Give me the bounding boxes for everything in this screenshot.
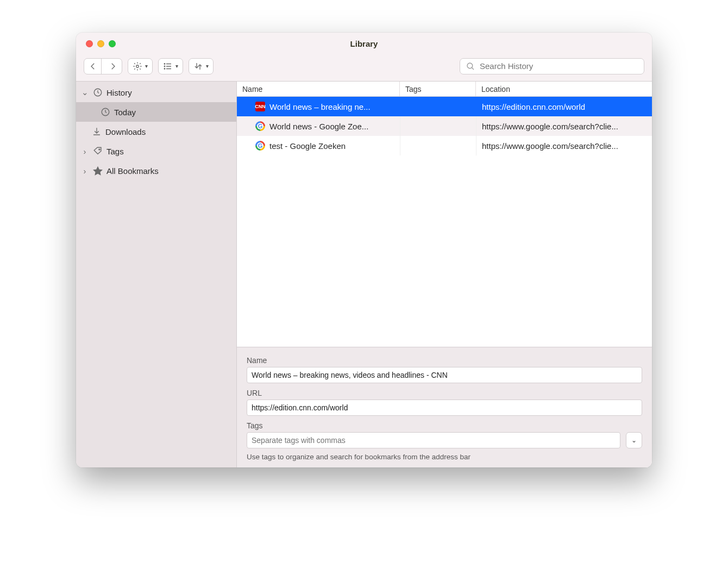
sidebar-item-label: Today <box>114 108 136 117</box>
clock-icon <box>100 107 111 117</box>
sidebar-item-label: All Bookmarks <box>106 166 159 176</box>
chevron-right-icon <box>108 61 118 71</box>
svg-point-0 <box>136 65 139 67</box>
column-headers: Name Tags Location <box>237 82 652 97</box>
history-row[interactable]: CNN World news – breaking ne... https://… <box>237 97 652 116</box>
window-title: Library <box>76 39 652 48</box>
sidebar-item-all-bookmarks[interactable]: › All Bookmarks <box>76 161 236 180</box>
gear-icon <box>133 61 142 71</box>
detail-name-label: Name <box>247 356 642 365</box>
organize-menu-button[interactable]: ▾ <box>128 58 153 74</box>
chevron-down-icon[interactable]: ⌄ <box>80 88 89 97</box>
favicon-icon <box>255 141 265 151</box>
svg-marker-12 <box>94 167 102 174</box>
row-tags <box>400 136 476 155</box>
column-header-tags[interactable]: Tags <box>400 82 476 96</box>
chevron-down-icon: ▾ <box>145 63 148 69</box>
column-header-location[interactable]: Location <box>476 82 652 96</box>
tag-icon <box>92 146 103 156</box>
history-rows: CNN World news – breaking ne... https://… <box>237 97 652 347</box>
sidebar: ⌄ History Today Downloads › <box>76 82 237 467</box>
nav-back-forward <box>84 58 122 74</box>
sidebar-item-tags[interactable]: › Tags <box>76 141 236 161</box>
download-icon <box>91 127 102 136</box>
sidebar-item-today[interactable]: Today <box>76 102 236 122</box>
history-row[interactable]: World news - Google Zoe... https://www.g… <box>237 116 652 136</box>
svg-point-4 <box>164 63 165 64</box>
detail-hint: Use tags to organize and search for book… <box>247 453 642 461</box>
row-name: test - Google Zoeken <box>269 141 346 151</box>
star-icon <box>92 166 103 176</box>
row-tags <box>400 116 476 136</box>
chevron-down-icon: ▾ <box>175 63 178 69</box>
svg-point-7 <box>467 63 473 68</box>
chevron-left-icon <box>88 61 98 71</box>
row-name: World news - Google Zoe... <box>269 122 368 131</box>
row-name: World news – breaking ne... <box>269 102 371 111</box>
svg-point-11 <box>99 149 100 150</box>
forward-button[interactable] <box>104 59 122 74</box>
svg-point-6 <box>164 68 165 69</box>
sidebar-item-label: History <box>106 88 132 97</box>
views-menu-button[interactable]: ▾ <box>158 58 183 74</box>
content-pane: Name Tags Location CNN World news – brea… <box>237 82 652 467</box>
detail-name-input[interactable] <box>247 367 642 383</box>
row-location: https://edition.cnn.com/world <box>476 97 652 116</box>
sidebar-item-label: Tags <box>106 147 124 156</box>
column-header-name[interactable]: Name <box>237 82 400 96</box>
chevron-down-icon: ⌄ <box>631 436 637 444</box>
search-input[interactable] <box>480 61 638 71</box>
detail-url-input[interactable] <box>247 400 642 416</box>
row-location: https://www.google.com/search?clie... <box>476 116 652 136</box>
row-location: https://www.google.com/search?clie... <box>476 136 652 155</box>
detail-panel: Name URL Tags ⌄ Use tags to organize and… <box>237 347 652 467</box>
svg-point-5 <box>164 66 165 67</box>
row-tags <box>400 97 476 116</box>
chevron-right-icon[interactable]: › <box>80 166 89 176</box>
back-button[interactable] <box>84 59 102 74</box>
tags-expand-button[interactable]: ⌄ <box>626 432 642 448</box>
chevron-right-icon[interactable]: › <box>80 147 89 156</box>
body: ⌄ History Today Downloads › <box>76 82 652 467</box>
sidebar-item-history[interactable]: ⌄ History <box>76 83 236 102</box>
detail-url-label: URL <box>247 389 642 397</box>
clock-icon <box>92 88 103 97</box>
search-icon <box>466 61 475 71</box>
favicon-icon: CNN <box>255 102 265 111</box>
titlebar: Library <box>76 33 652 55</box>
import-export-icon <box>193 61 203 71</box>
chevron-down-icon: ▾ <box>206 63 209 69</box>
list-icon <box>163 61 173 71</box>
svg-line-8 <box>472 67 474 70</box>
favicon-icon <box>255 121 265 131</box>
sidebar-item-label: Downloads <box>105 127 146 136</box>
history-row[interactable]: test - Google Zoeken https://www.google.… <box>237 136 652 155</box>
search-field[interactable] <box>460 58 644 74</box>
detail-tags-input[interactable] <box>247 432 620 448</box>
library-window: Library ▾ ▾ <box>76 33 652 467</box>
toolbar: ▾ ▾ ▾ <box>76 55 652 82</box>
sidebar-item-downloads[interactable]: Downloads <box>76 122 236 141</box>
detail-tags-label: Tags <box>247 421 642 430</box>
import-export-menu-button[interactable]: ▾ <box>189 58 214 74</box>
